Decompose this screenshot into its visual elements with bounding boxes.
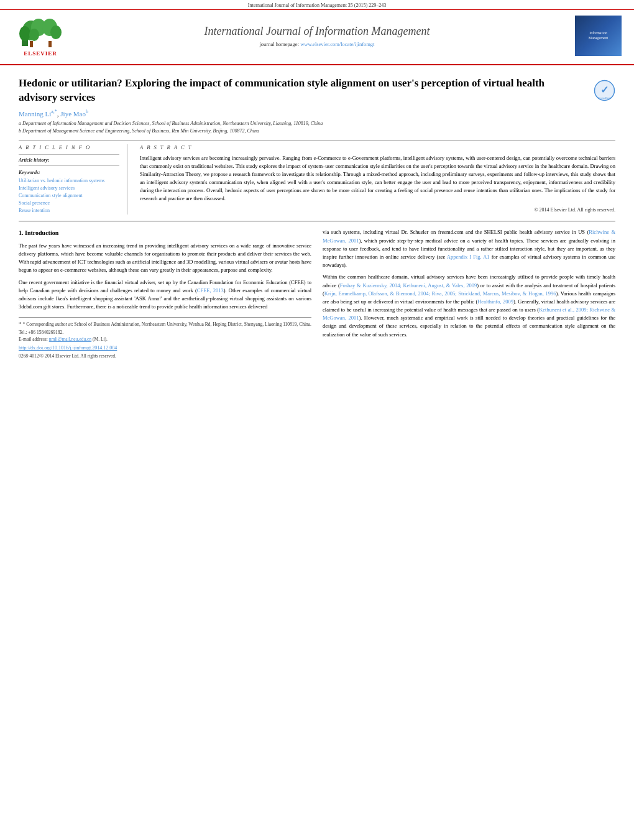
ref-cfee: CFEE, 2013 — [197, 287, 224, 293]
footnote-email-link[interactable]: nmli@mail.neu.edu.cn — [49, 336, 91, 342]
abstract-text: Intelligent advisory services are becomi… — [140, 154, 615, 203]
footnote-email-label: E-mail address: — [19, 336, 48, 342]
body-para-4: Within the common healthcare domain, vir… — [323, 273, 615, 338]
affiliations: a Department of Information Management a… — [19, 120, 615, 135]
body-col-left: 1. Introduction The past few years have … — [19, 228, 311, 359]
abstract-title: A B S T R A C T — [140, 144, 615, 150]
homepage-label: journal homepage: — [260, 41, 300, 47]
ref-appendix: Appendix I Fig. A1 — [447, 254, 490, 260]
footnote-email-line: E-mail address: nmli@mail.neu.edu.cn (M.… — [19, 336, 311, 343]
doi-link[interactable]: http://dx.doi.org/10.1016/j.ijinfomgt.20… — [19, 345, 117, 351]
body-para-2: One recent government initiative is the … — [19, 279, 311, 312]
keywords-label: Keywords: — [19, 170, 119, 175]
elsevier-logo: ELSEVIER — [12, 15, 68, 57]
homepage-link[interactable]: www.elsevier.com/locate/ijinfomgt — [300, 41, 374, 47]
svg-point-2 — [19, 26, 30, 41]
main-content: Hedonic or utilitarian? Exploring the im… — [0, 65, 634, 366]
elsevier-tree-icon — [19, 15, 62, 49]
svg-text:✓: ✓ — [600, 85, 609, 95]
copyright-line: © 2014 Elsevier Ltd. All rights reserved… — [140, 207, 615, 213]
keyword-3: Communication style alignment — [19, 192, 119, 199]
journal-title-center: International Journal of Information Man… — [68, 24, 566, 47]
section1-heading: 1. Introduction — [19, 228, 311, 238]
article-info-title: A R T I C L E I N F O — [19, 144, 119, 150]
author1-sup: a,* — [51, 109, 57, 114]
keyword-2: Intelligent advisory services — [19, 185, 119, 192]
footnote-text: * Corresponding author at: School of Bus… — [19, 321, 311, 335]
journal-title: International Journal of Information Man… — [68, 24, 566, 39]
header-content: ELSEVIER International Journal of Inform… — [0, 10, 634, 62]
journal-homepage: journal homepage: www.elsevier.com/locat… — [68, 41, 566, 47]
author1-name: Manning Li — [19, 110, 51, 118]
keyword-1: Utilitarian vs. hedonic information syst… — [19, 177, 119, 184]
affil-a: a Department of Information Management a… — [19, 120, 615, 127]
section1-heading-text: 1. Introduction — [19, 229, 58, 236]
svg-text:CrossMark: CrossMark — [597, 96, 612, 99]
article-title-section: Hedonic or utilitarian? Exploring the im… — [19, 76, 615, 105]
article-title: Hedonic or utilitarian? Exploring the im… — [19, 76, 584, 105]
ref-krijn: Krijn, Emmelkamp, Olafsson, & Biemond, 2… — [324, 290, 556, 297]
keywords-section: Keywords: Utilitarian vs. hedonic inform… — [19, 170, 119, 215]
crossmark-area: ✓ CrossMark — [594, 76, 615, 103]
divider-1 — [19, 140, 615, 141]
ref-foshay: Foshay & Kuziemsky, 2014; Kethuneni, Aug… — [340, 282, 477, 288]
ref-kethuneni: Kethuneni et al., 2009; Richwine & McGow… — [323, 307, 615, 321]
keyword-4: Social presence — [19, 200, 119, 206]
affil-b: b Department of Management Science and E… — [19, 127, 615, 135]
doi-line: http://dx.doi.org/10.1016/j.ijinfomgt.20… — [19, 344, 311, 352]
article-info-panel: A R T I C L E I N F O Article history: K… — [19, 144, 127, 215]
article-info-abstract: A R T I C L E I N F O Article history: K… — [19, 144, 615, 215]
svg-rect-5 — [30, 41, 33, 47]
svg-point-4 — [29, 29, 39, 41]
journal-logo-right: InformationManagement — [566, 16, 622, 56]
ref-healthinfo: Healthinfo, 2009 — [477, 298, 513, 305]
svg-rect-8 — [48, 41, 52, 47]
body-columns: 1. Introduction The past few years have … — [19, 228, 615, 359]
elsevier-label: ELSEVIER — [24, 50, 57, 57]
body-col-right: via such systems, including virtual Dr. … — [323, 228, 615, 359]
author1-link[interactable]: Manning Lia,* — [19, 110, 57, 118]
info-mgmt-logo-icon: InformationManagement — [575, 16, 622, 56]
body-para-1: The past few years have witnessed an inc… — [19, 242, 311, 275]
footnote-star-symbol: * — [19, 321, 22, 327]
journal-header: International Journal of Information Man… — [0, 0, 634, 65]
top-bar: International Journal of Information Man… — [0, 0, 634, 10]
authors-line: Manning Lia,*, Jiye Maob — [19, 109, 615, 118]
keyword-5: Reuse intention — [19, 207, 119, 214]
crossmark-icon: ✓ CrossMark — [594, 80, 615, 101]
footnote-star-line: * * Corresponding author at: School of B… — [19, 320, 311, 336]
author2-sup: b — [86, 109, 88, 114]
author2-name: Jiye Mao — [60, 110, 86, 118]
footnote-section: * * Corresponding author at: School of B… — [19, 317, 311, 359]
info-divider-1 — [19, 154, 119, 155]
page: International Journal of Information Man… — [0, 0, 634, 840]
ref-richwine: Richwine & McGowan, 2001 — [323, 229, 615, 243]
issn-line: 0268-4012/© 2014 Elsevier Ltd. All right… — [19, 353, 311, 359]
svg-point-7 — [50, 25, 62, 39]
info-divider-2 — [19, 165, 119, 166]
journal-issue-info: International Journal of Information Man… — [248, 2, 386, 8]
abstract-section: A B S T R A C T Intelligent advisory ser… — [140, 144, 615, 215]
body-para-3: via such systems, including virtual Dr. … — [323, 228, 615, 269]
author2-link[interactable]: Jiye Maob — [60, 110, 88, 118]
main-divider — [19, 221, 615, 222]
history-label: Article history: — [19, 157, 119, 163]
footnote-email-ref: (M. Li). — [93, 336, 108, 342]
